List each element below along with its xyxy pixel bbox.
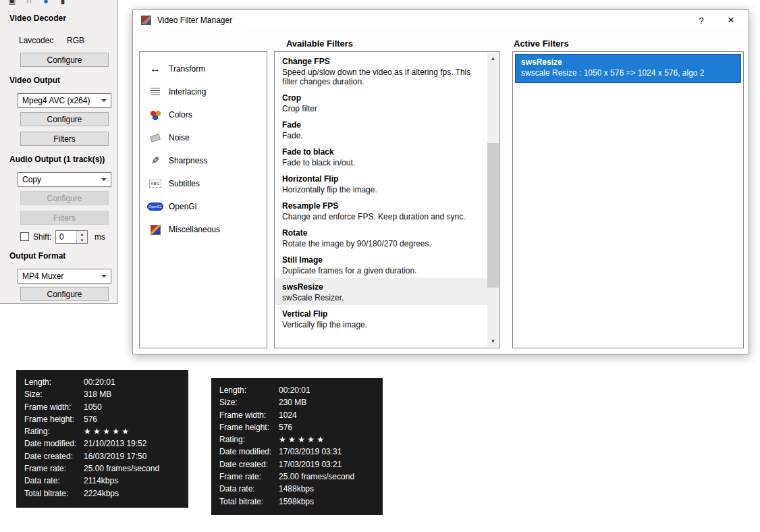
record-icon[interactable] <box>40 0 51 6</box>
info-row: Rating: ★ ★ ★ ★ ★ <box>24 425 180 437</box>
category-item[interactable]: OpenGl <box>140 195 267 218</box>
shift-checkbox[interactable] <box>20 232 29 241</box>
magnet-icon[interactable] <box>24 0 34 6</box>
shift-spinner[interactable]: 0 ▲ ▼ <box>55 230 88 244</box>
dialog-title: Video Filter Manager <box>157 16 232 25</box>
active-filter-item[interactable]: swsResize swscale Resize : 1050 x 576 =>… <box>515 54 741 83</box>
output-format-select[interactable]: MP4 Muxer <box>18 269 111 284</box>
close-button[interactable]: × <box>717 10 744 30</box>
audio-output-value: Copy <box>22 175 41 184</box>
info-row: Frame rate: 25.00 frames/second <box>219 471 375 483</box>
chevron-down-icon <box>101 178 107 184</box>
category-item[interactable]: Interlacing <box>140 80 267 103</box>
top-toolbar <box>7 0 68 6</box>
category-item[interactable]: Noise <box>140 126 267 149</box>
video-output-value: Mpeg4 AVC (x264) <box>22 96 90 105</box>
info-row: Length: 00:20:01 <box>219 384 375 396</box>
category-item[interactable]: Subtitles <box>140 172 267 195</box>
video-output-select[interactable]: Mpeg4 AVC (x264) <box>18 93 111 108</box>
active-filters-header: Active Filters <box>514 38 569 49</box>
filter-item[interactable]: swsResize swScale Resizer. <box>275 278 487 305</box>
screen: Video Decoder Lavcodec RGB Configure Vid… <box>0 0 760 532</box>
decoder-mode: RGB <box>67 36 84 45</box>
filter-item[interactable]: Fade to black Fade to black in/out. <box>275 143 487 170</box>
video-output-configure-button[interactable]: Configure <box>20 112 109 126</box>
filter-item[interactable]: Vertical Flip Vertically flip the image. <box>275 305 487 332</box>
file-info-tooltip-source: Length: 00:20:01 Size: 318 MB Frame widt… <box>16 370 188 508</box>
filter-item[interactable]: Horizontal Flip Horizontally flip the im… <box>275 170 487 197</box>
video-filter-manager-dialog: Video Filter Manager ? × Available Filte… <box>132 9 749 354</box>
audio-output-title: Audio Output (1 track(s)) <box>9 155 105 164</box>
output-format-configure-button[interactable]: Configure <box>20 287 109 301</box>
filter-item[interactable]: Crop Crop filter <box>275 89 487 116</box>
info-row: Frame width: 1050 <box>24 401 180 413</box>
info-row: Date modified: 21/10/2013 19:52 <box>24 437 180 450</box>
info-row: Frame height: 576 <box>219 421 375 433</box>
video-output-title: Video Output <box>9 76 60 85</box>
filters-scroll-area: Change FPS Speed up/slow down the video … <box>275 53 487 347</box>
category-item[interactable]: Sharpness <box>140 149 267 172</box>
info-row: Data rate: 1488kbps <box>219 483 375 495</box>
spinner-arrows[interactable]: ▲ ▼ <box>76 231 87 243</box>
info-row: Frame width: 1024 <box>219 409 375 421</box>
filter-item[interactable]: Fade Fade. <box>275 116 487 143</box>
output-format-title: Output Format <box>9 251 65 261</box>
misc-icon <box>148 223 163 236</box>
info-row: Date created: 17/03/2019 03:21 <box>219 458 375 471</box>
chevron-down-icon <box>101 99 107 105</box>
dialog-titlebar[interactable]: Video Filter Manager ? × <box>133 10 749 30</box>
active-filters-list: swsResize swscale Resize : 1050 x 576 =>… <box>512 51 744 348</box>
display-icon[interactable] <box>7 0 18 6</box>
filter-manager-icon <box>141 16 151 25</box>
scrollbar-thumb[interactable] <box>487 143 499 288</box>
shift-value: 0 <box>59 232 64 242</box>
info-row: Date modified: 17/03/2019 03:31 <box>219 446 375 458</box>
info-row: Rating: ★ ★ ★ ★ ★ <box>219 433 375 446</box>
info-row: Frame height: 576 <box>24 413 180 425</box>
available-filters-list: Change FPS Speed up/slow down the video … <box>274 51 500 348</box>
info-row: Size: 230 MB <box>219 396 375 408</box>
shift-label: Shift: <box>33 232 51 242</box>
opengl-icon <box>148 200 163 213</box>
category-item[interactable]: Miscellaneous <box>140 218 267 241</box>
chevron-down-icon <box>101 275 107 280</box>
info-row: Total bitrate: 2224kbps <box>24 487 180 500</box>
scroll-up-icon[interactable]: ▲ <box>487 53 499 64</box>
info-row: Length: 00:20:01 <box>24 376 180 388</box>
decoder-name: Lavcodec <box>19 36 53 45</box>
spin-up-icon[interactable]: ▲ <box>77 231 87 237</box>
volume-icon[interactable] <box>57 0 68 6</box>
filter-item[interactable]: Resample FPS Change and enforce FPS. Kee… <box>275 197 487 224</box>
video-decoder-configure-button[interactable]: Configure <box>20 53 109 67</box>
available-filters-header: Available Filters <box>139 38 500 49</box>
audio-output-select[interactable]: Copy <box>18 172 111 187</box>
category-item[interactable]: Colors <box>140 103 267 126</box>
filter-item[interactable]: Rotate Rotate the image by 90/180/270 de… <box>275 224 487 251</box>
info-row: Size: 318 MB <box>24 388 180 400</box>
sidebar: Video Decoder Lavcodec RGB Configure Vid… <box>0 0 118 304</box>
spin-down-icon[interactable]: ▼ <box>77 237 87 243</box>
output-format-value: MP4 Muxer <box>22 271 63 281</box>
help-button[interactable]: ? <box>688 10 715 30</box>
info-row: Total bitrate: 1598kbps <box>219 496 375 508</box>
scroll-down-icon[interactable]: ▼ <box>487 336 499 347</box>
noise-icon <box>148 131 163 144</box>
audio-filters-button[interactable]: Filters <box>20 211 109 225</box>
subtitles-icon <box>148 177 163 190</box>
shift-unit: ms <box>94 232 105 242</box>
category-item[interactable]: Transform <box>140 57 267 80</box>
sharpness-icon <box>148 154 163 167</box>
info-row: Data rate: 2114kbps <box>24 475 180 487</box>
filter-item[interactable]: Still Image Duplicate frames for a given… <box>275 251 487 278</box>
info-row: Date created: 16/03/2019 17:50 <box>24 450 180 462</box>
filter-item[interactable]: Change FPS Speed up/slow down the video … <box>275 53 487 89</box>
video-filters-button[interactable]: Filters <box>20 132 109 146</box>
interlacing-icon <box>148 85 163 99</box>
colors-icon <box>148 108 163 122</box>
category-list: Transform Interlacing Colors Noise <box>139 51 267 348</box>
file-info-tooltip-output: Length: 00:20:01 Size: 230 MB Frame widt… <box>211 378 383 515</box>
audio-configure-button[interactable]: Configure <box>20 191 109 205</box>
transform-icon <box>148 62 163 76</box>
vertical-scrollbar[interactable]: ▲ ▼ <box>487 53 499 347</box>
video-decoder-title: Video Decoder <box>9 14 66 23</box>
